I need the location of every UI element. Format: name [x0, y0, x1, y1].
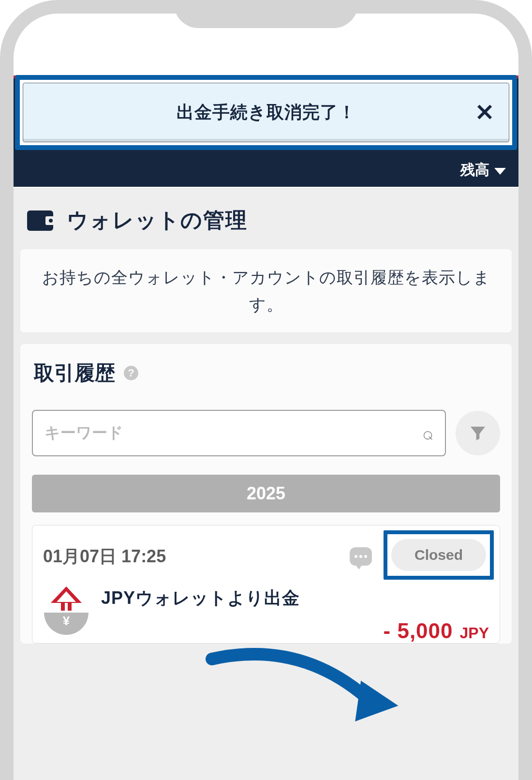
filter-icon [468, 423, 488, 443]
page-content: ウォレットの管理 お持ちの全ウォレット・アカウントの取引履歴を表示します。 取引… [14, 188, 518, 780]
page-header: ウォレットの管理 [14, 188, 518, 249]
filter-button[interactable] [456, 411, 500, 455]
arrow-up-icon [51, 586, 82, 603]
svg-marker-0 [343, 672, 399, 721]
withdrawal-icon: ¥ [43, 586, 89, 635]
transaction-date: 01月07日 17:25 [43, 545, 341, 569]
transaction-item[interactable]: 01月07日 17:25 Closed ¥ JPYウォレットより出金 [32, 525, 500, 644]
search-placeholder: キーワード [44, 422, 123, 444]
history-header: 取引履歴 ? [32, 357, 500, 400]
comment-icon[interactable] [350, 547, 372, 566]
transaction-amount-row: - 5,000 JPY [101, 619, 489, 643]
history-card: 取引履歴 ? キーワード ⌕ 2025 01月07日 17:25 [20, 344, 512, 644]
transaction-currency: JPY [460, 624, 489, 642]
yen-icon: ¥ [44, 613, 89, 635]
help-icon[interactable]: ? [124, 366, 138, 380]
status-badge: Closed [391, 539, 486, 571]
transaction-header: 01月07日 17:25 Closed [43, 536, 489, 577]
notification-banner: 出金手続き取消完了！ ✕ [23, 83, 509, 142]
page-description: お持ちの全ウォレット・アカウントの取引履歴を表示します。 [34, 264, 498, 318]
transaction-label: JPYウォレットより出金 [101, 586, 489, 610]
balance-label: 残高 [460, 160, 489, 180]
annotation-arrow-icon [202, 645, 405, 727]
search-icon: ⌕ [422, 423, 433, 444]
page-title: ウォレットの管理 [67, 206, 248, 235]
chevron-down-icon [494, 168, 506, 175]
close-icon[interactable]: ✕ [475, 101, 494, 124]
history-title: 取引履歴 [34, 360, 115, 387]
transaction-body: ¥ JPYウォレットより出金 - 5,000 JPY [43, 586, 489, 643]
notification-message: 出金手続き取消完了！ [177, 101, 356, 124]
notification-highlight: 出金手続き取消完了！ ✕ [15, 75, 517, 150]
search-input[interactable]: キーワード ⌕ [32, 410, 446, 456]
year-label: 2025 [247, 483, 285, 504]
search-row: キーワード ⌕ [32, 410, 500, 456]
transaction-amount: - 5,000 [384, 619, 453, 643]
description-card: お持ちの全ウォレット・アカウントの取引履歴を表示します。 [20, 249, 512, 332]
wallet-icon [27, 210, 53, 231]
status-highlight: Closed [384, 530, 494, 580]
year-divider: 2025 [32, 475, 500, 512]
balance-dropdown[interactable]: 残高 [460, 160, 506, 180]
